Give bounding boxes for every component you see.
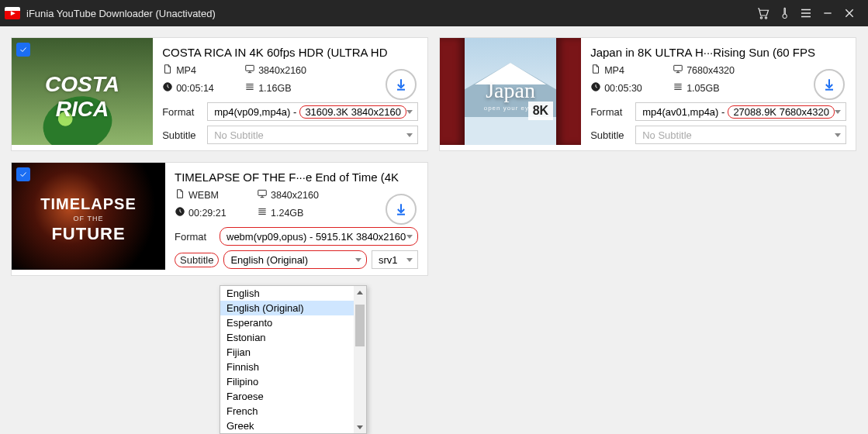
app-title: iFunia YouTube Downloader (Unactivated) — [26, 8, 216, 19]
clock-icon — [175, 206, 185, 219]
thermometer-icon[interactable] — [773, 2, 795, 24]
menu-icon[interactable] — [795, 2, 817, 24]
subtitle-select[interactable]: English (Original) — [223, 250, 367, 269]
filesize: 1.16GB — [244, 81, 306, 95]
format-row: Format webm(vp09,opus) - 5915.1K 3840x21… — [175, 227, 418, 246]
dropdown-option[interactable]: Esperanto — [220, 315, 354, 330]
format-label: Format — [162, 106, 202, 118]
video-title: TIMELAPSE OF THE F···e End of Time (4K — [175, 170, 418, 184]
subtitle-format-select[interactable]: srv1 — [372, 250, 418, 269]
file-icon — [175, 188, 185, 202]
subtitle-dropdown-list[interactable]: EnglishEnglish (Original)EsperantoEstoni… — [220, 285, 367, 434]
svg-point-1 — [765, 17, 766, 19]
subtitle-value: English (Original) — [230, 254, 308, 266]
file-icon — [162, 64, 173, 77]
meta-row-1: MP4 7680x4320 — [590, 64, 846, 77]
meta-row-2: 00:05:30 1.05GB — [590, 81, 846, 95]
svg-point-0 — [760, 17, 762, 19]
download-button[interactable] — [814, 69, 845, 100]
subtitle-value: No Subtitle — [642, 129, 692, 141]
dropdown-option[interactable]: French — [220, 404, 354, 418]
subtitle-select[interactable]: No Subtitle — [207, 126, 418, 144]
resolution: 3840x2160 — [244, 64, 306, 77]
subtitle-row: Subtitle No Subtitle — [162, 126, 418, 144]
download-list: COSTA RICA COSTA RICA IN 4K 60fps HDR (U… — [0, 26, 868, 287]
disk-icon — [673, 81, 683, 95]
format-label: Format — [175, 231, 215, 243]
subtitle-label: Subtitle — [162, 129, 202, 141]
subtitle-label: Subtitle — [590, 129, 631, 141]
download-button[interactable] — [386, 69, 417, 100]
duration: 00:05:30 — [590, 81, 652, 95]
dropdown-option[interactable]: Estonian — [220, 330, 354, 345]
file-icon — [590, 64, 601, 77]
monitor-icon — [257, 188, 268, 202]
download-button[interactable] — [386, 194, 417, 225]
meta-row-1: WEBM 3840x2160 — [175, 188, 418, 202]
resolution: 7680x4320 — [673, 64, 735, 77]
monitor-icon — [673, 64, 683, 77]
monitor-icon — [244, 64, 255, 77]
meta-row-2: 00:29:21 1.24GB — [175, 206, 418, 219]
dropdown-option[interactable]: Finnish — [220, 360, 354, 374]
dropdown-option[interactable]: Filipino — [220, 374, 354, 389]
chevron-down-icon — [406, 110, 413, 114]
dropdown-scrollbar[interactable] — [354, 286, 366, 433]
svg-rect-8 — [246, 65, 254, 71]
chevron-down-icon — [355, 258, 361, 262]
video-thumbnail[interactable]: Japan open your eyes 8K — [440, 38, 581, 145]
subtitle-value: No Subtitle — [214, 129, 264, 141]
video-title: COSTA RICA IN 4K 60fps HDR (ULTRA HD — [162, 46, 418, 59]
container-format: MP4 — [590, 64, 652, 77]
thumb-text: TIMELAPSEOF THEFUTURE — [18, 195, 159, 244]
format-value-prefix: mp4(av01,mp4a) - — [642, 106, 724, 118]
chevron-down-icon — [835, 133, 841, 137]
chevron-down-icon — [835, 110, 841, 114]
select-checkbox[interactable] — [16, 43, 30, 57]
dropdown-option[interactable]: English — [220, 286, 354, 301]
dropdown-option[interactable]: Faroese — [220, 389, 354, 404]
format-select[interactable]: mp4(vp09,mp4a) - 31609.3K 3840x2160 — [207, 102, 418, 121]
meta-row-1: MP4 3840x2160 — [162, 64, 418, 77]
duration: 00:29:21 — [175, 206, 237, 219]
meta-row-2: 00:05:14 1.16GB — [162, 81, 418, 95]
subtitle-select[interactable]: No Subtitle — [635, 126, 846, 144]
clock-icon — [590, 81, 601, 95]
select-checkbox[interactable] — [16, 167, 30, 181]
format-select[interactable]: webm(vp09,opus) - 5915.1K 3840x2160 — [220, 227, 418, 246]
container-format: MP4 — [162, 64, 224, 77]
format-value: webm(vp09,opus) - 5915.1K 3840x2160 — [227, 231, 406, 243]
subtitle-row: Subtitle English (Original) srv1 — [175, 250, 418, 269]
titlebar: ▶ iFunia YouTube Downloader (Unactivated… — [0, 0, 868, 26]
format-value-bitrate: 31609.3K 3840x2160 — [299, 105, 406, 119]
video-thumbnail[interactable]: COSTA RICA — [12, 38, 153, 145]
thumb-badge: 8K — [528, 102, 553, 120]
disk-icon — [257, 206, 268, 219]
resolution: 3840x2160 — [257, 188, 319, 202]
subtitle-label: Subtitle — [175, 253, 219, 267]
container-format: WEBM — [175, 188, 237, 202]
subtitle-format-value: srv1 — [379, 254, 398, 266]
format-label: Format — [590, 106, 631, 118]
chevron-down-icon — [406, 235, 413, 239]
download-card: COSTA RICA COSTA RICA IN 4K 60fps HDR (U… — [11, 37, 428, 151]
app-icon: ▶ — [5, 7, 20, 19]
format-row: Format mp4(vp09,mp4a) - 31609.3K 3840x21… — [162, 102, 418, 121]
close-button[interactable] — [839, 2, 860, 24]
dropdown-option[interactable]: English (Original) — [220, 301, 354, 315]
filesize: 1.05GB — [673, 81, 735, 95]
chevron-down-icon — [406, 133, 413, 137]
video-thumbnail[interactable]: TIMELAPSEOF THEFUTURE — [12, 163, 165, 270]
download-card: Japan open your eyes 8K Japan in 8K ULTR… — [439, 37, 856, 151]
cart-icon[interactable] — [752, 2, 773, 24]
svg-rect-13 — [674, 65, 683, 71]
video-title: Japan in 8K ULTRA H···Rising Sun (60 FPS — [590, 46, 846, 59]
dropdown-option[interactable]: Fijian — [220, 345, 354, 360]
format-row: Format mp4(av01,mp4a) - 27088.9K 7680x43… — [590, 102, 846, 121]
format-select[interactable]: mp4(av01,mp4a) - 27088.9K 7680x4320 — [635, 102, 846, 121]
dropdown-option[interactable]: Greek — [220, 418, 354, 433]
svg-rect-18 — [258, 190, 267, 195]
minimize-button[interactable] — [817, 2, 839, 24]
thumb-text: Japan — [440, 78, 581, 103]
format-value-prefix: mp4(vp09,mp4a) - — [214, 106, 296, 118]
